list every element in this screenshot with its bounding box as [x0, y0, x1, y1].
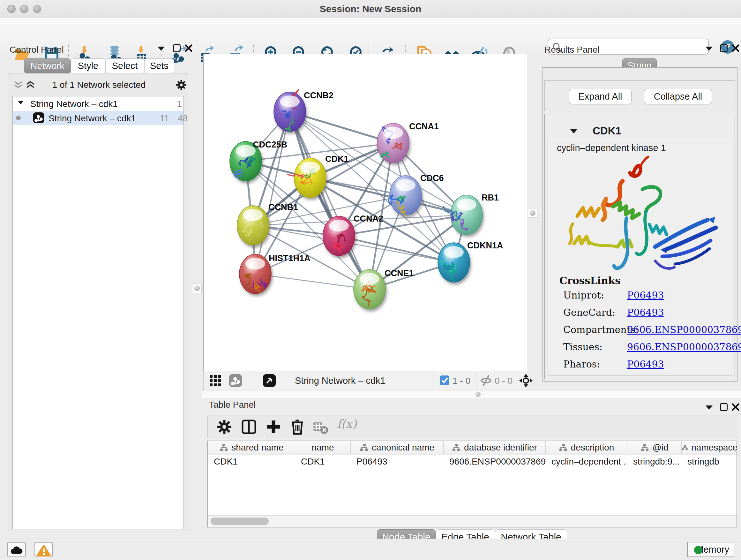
column-header-sharedname[interactable]: shared name — [208, 441, 295, 454]
column-header-name[interactable]: name — [295, 441, 351, 454]
crosslink-link[interactable]: 9606.ENSP00000378699 — [627, 324, 741, 335]
expand-all-button[interactable]: Expand All — [569, 89, 631, 104]
open-in-new-window-icon[interactable] — [263, 374, 276, 387]
network-view-toolbar: String Network – cdk1 1 - 0 0 - 0 — [203, 371, 527, 390]
crosslinks-title: CrossLinks — [559, 275, 621, 287]
delete-table-icon[interactable] — [312, 419, 329, 435]
table-panel-title: Table Panel — [209, 400, 256, 410]
crosslink-link[interactable]: P06493 — [627, 307, 664, 318]
node-count: 11 — [153, 113, 169, 124]
node-CCNA2[interactable] — [323, 216, 355, 256]
node-label-CCNE1: CCNE1 — [385, 268, 414, 278]
tree-mapping-icon — [219, 443, 228, 452]
results-panel-close-icon[interactable] — [731, 44, 740, 52]
control-panel-menu-icon[interactable] — [158, 47, 165, 51]
node-label-CDC6: CDC6 — [420, 173, 444, 183]
table-cell[interactable]: cyclin–dependent ... — [546, 455, 627, 469]
warning-button[interactable] — [35, 543, 53, 557]
crosslink-link[interactable]: P06493 — [627, 290, 664, 301]
hidden-eye-slash-icon[interactable] — [480, 375, 492, 386]
control-panel-close-icon[interactable] — [185, 44, 193, 52]
network-graph[interactable]: CCNB2CCNA1CDC25BCDK1CDC6RB1CCNB1CCNA2CDK… — [204, 54, 527, 371]
network-view-title: String Network – cdk1 — [295, 375, 386, 386]
delete-icon[interactable] — [289, 419, 306, 435]
table-cell[interactable]: stringdb — [682, 455, 737, 469]
column-label: shared name — [231, 442, 283, 453]
gene-name: CDK1 — [593, 125, 621, 137]
selected-checkbox-icon[interactable] — [440, 375, 449, 385]
protein-structure-image — [550, 152, 731, 279]
node-label-RB1: RB1 — [482, 193, 499, 202]
expand-all-chevron-icon[interactable] — [25, 80, 36, 89]
tab-select[interactable]: Select — [105, 58, 144, 73]
node-label-CDC25B: CDC25B — [253, 140, 287, 149]
table-cell[interactable]: P06493 — [351, 455, 444, 469]
gear-icon[interactable] — [176, 79, 187, 91]
show-columns-icon[interactable] — [241, 419, 257, 435]
column-header-description[interactable]: description — [546, 441, 627, 454]
node-CCNB1[interactable] — [237, 206, 269, 245]
node-gloss — [246, 258, 265, 269]
add-icon[interactable] — [265, 419, 282, 435]
column-header-id[interactable]: @id — [627, 441, 682, 454]
tree-mapping-icon — [640, 443, 649, 452]
table-cell[interactable]: 9606.ENSP00000378699 — [444, 455, 546, 469]
network-collection-row[interactable]: String Network – cdk1 1 — [13, 97, 184, 111]
left-splitter-handle[interactable] — [192, 284, 202, 293]
horizontal-scrollbar[interactable] — [208, 515, 737, 527]
node-gloss — [280, 96, 300, 107]
table-cell[interactable]: stringdb:9... — [627, 455, 682, 469]
node-CDKN1A[interactable] — [438, 243, 470, 282]
string-network-icon — [33, 112, 44, 123]
status-bar: Memory — [0, 539, 741, 560]
tree-expand-icon[interactable] — [18, 101, 23, 105]
splitter-dot[interactable] — [475, 392, 481, 397]
grid-view-icon[interactable] — [210, 375, 221, 387]
collapse-all-button[interactable]: Collapse All — [644, 89, 712, 104]
tree-mapping-icon — [452, 443, 461, 452]
birdseye-view-icon[interactable] — [519, 374, 533, 388]
column-label: canonical name — [372, 442, 434, 453]
tab-network[interactable]: Network — [24, 58, 71, 73]
horizontal-splitter[interactable] — [202, 391, 741, 398]
table-cell[interactable]: CDK1 — [208, 455, 295, 469]
node-CCNB2[interactable] — [274, 90, 306, 132]
node-HIST1H1A[interactable] — [239, 254, 271, 294]
memory-button[interactable]: Memory — [687, 542, 734, 557]
node-CDC6[interactable] — [388, 176, 421, 215]
results-panel-menu-icon[interactable] — [705, 47, 713, 51]
tab-sets[interactable]: Sets — [144, 58, 174, 73]
node-CCNA1[interactable] — [377, 123, 409, 163]
network-row-selected[interactable]: String Network – cdk1 11 48 — [13, 111, 184, 125]
column-header-canonicalname[interactable]: canonical name — [351, 441, 444, 454]
table-panel-float-icon[interactable] — [720, 403, 728, 411]
table-panel-menu-icon[interactable] — [705, 406, 713, 410]
edge-HIST1H1A-CCNE1[interactable] — [255, 274, 369, 289]
crosslink-link[interactable]: P06493 — [627, 359, 664, 370]
column-header-databaseidentifier[interactable]: database identifier — [444, 441, 546, 454]
cloud-button[interactable] — [7, 543, 26, 557]
results-panel-float-icon[interactable] — [720, 44, 728, 52]
tab-style[interactable]: Style — [71, 58, 105, 73]
column-header-namespace[interactable]: namespace — [682, 441, 737, 454]
network-canvas[interactable]: CCNB2CCNA1CDC25BCDK1CDC6RB1CCNB1CCNA2CDK… — [203, 54, 527, 371]
function-builder-icon[interactable]: f(x) — [337, 417, 357, 430]
table-settings-gear-icon[interactable] — [216, 419, 232, 435]
right-splitter-handle[interactable] — [528, 208, 537, 218]
table-panel-close-icon[interactable] — [731, 403, 740, 411]
node-CCNE1[interactable] — [354, 269, 386, 309]
control-panel-float-icon[interactable] — [173, 44, 181, 52]
crosslink-link[interactable]: 9606.ENSP00000378699 — [627, 341, 741, 353]
table-cell[interactable]: CDK1 — [295, 455, 351, 469]
crosslink-label: GeneCard: — [563, 307, 615, 318]
tree-mapping-icon — [682, 443, 688, 452]
table-header-row: shared namenamecanonical namedatabase id… — [208, 441, 737, 455]
table-row[interactable]: CDK1CDK1P064939606.ENSP00000378699cyclin… — [208, 455, 737, 469]
network-selection-status: 1 of 1 Network selected — [38, 80, 159, 90]
string-view-icon[interactable] — [229, 374, 242, 387]
gene-collapse-icon[interactable] — [570, 129, 577, 133]
collapse-all-chevron-icon[interactable] — [13, 80, 23, 89]
scrollbar-thumb[interactable] — [211, 517, 269, 525]
selected-counts: 1 - 0 — [453, 376, 470, 386]
crosslink-row: Compartments:9606.ENSP00000378699 — [563, 324, 729, 335]
